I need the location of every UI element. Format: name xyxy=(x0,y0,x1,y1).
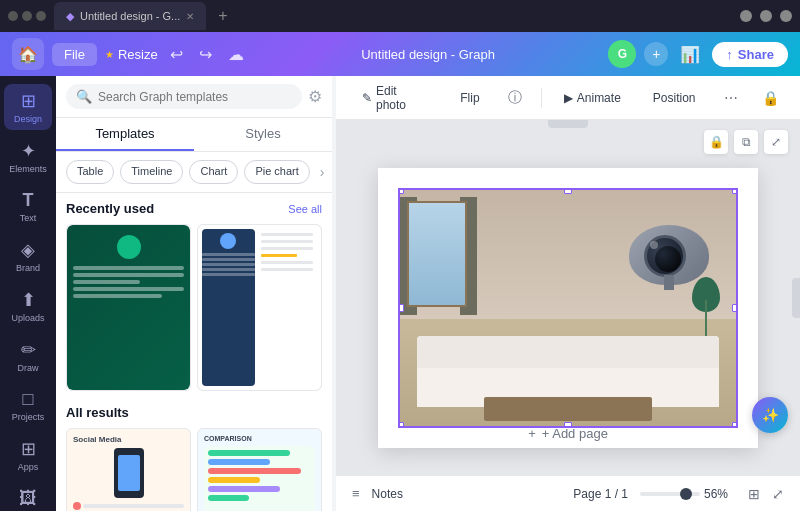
sidebar-item-projects[interactable]: □ Projects xyxy=(4,383,52,428)
page-copy-btn[interactable]: ⧉ xyxy=(734,130,758,154)
home-btn[interactable]: 🏠 xyxy=(12,38,44,70)
template-comparison[interactable]: COMPARISON xyxy=(197,428,322,511)
handle-top-mid[interactable] xyxy=(564,188,572,194)
page-expand-btn[interactable]: ⤢ xyxy=(764,130,788,154)
toolbar-separator xyxy=(541,88,542,108)
sidebar-item-brand[interactable]: ◈ Brand xyxy=(4,233,52,279)
lock-btn[interactable]: 🔒 xyxy=(757,84,784,112)
handle-bottom-left[interactable] xyxy=(398,422,404,428)
photos-icon: 🖼 xyxy=(19,488,37,509)
selected-image-container[interactable]: ⧉ 🗑 ··· ✂ New snip xyxy=(398,188,738,428)
templates-panel: 🔍 ⚙ Templates Styles Table Timeline Char… xyxy=(56,76,332,511)
position-btn[interactable]: Position xyxy=(643,86,706,110)
projects-icon: □ xyxy=(23,389,34,410)
canvas-viewport[interactable]: 🔒 ⧉ ⤢ ⧉ 🗑 ··· ✂ New snip xyxy=(336,120,800,475)
see-all-btn[interactable]: See all xyxy=(288,203,322,215)
ai-magic-btn[interactable]: ✨ xyxy=(752,397,788,433)
page-lock-icon[interactable]: 🔒 xyxy=(704,130,728,154)
search-input[interactable] xyxy=(98,90,292,104)
canvas-toolbar: ✎ Edit photo Flip ⓘ ▶ Animate Position ⋯… xyxy=(336,76,800,120)
grid-view-btn[interactable]: ⊞ xyxy=(748,486,760,502)
design-icon: ⊞ xyxy=(21,90,36,112)
template-social-media[interactable]: Social Media xyxy=(66,428,191,511)
filter-icon[interactable]: ⚙ xyxy=(308,87,322,106)
dot-2 xyxy=(22,11,32,21)
sidebar-item-draw[interactable]: ✏ Draw xyxy=(4,333,52,379)
canvas-page[interactable]: ⧉ 🗑 ··· ✂ New snip xyxy=(378,168,758,448)
save-cloud-btn[interactable]: ☁ xyxy=(224,41,248,68)
handle-mid-left[interactable] xyxy=(398,304,404,312)
coffee-table xyxy=(484,397,652,421)
more-filters-icon[interactable]: › xyxy=(316,160,329,184)
all-results-header: All results xyxy=(66,405,322,420)
sidebar-item-elements[interactable]: ✦ Elements xyxy=(4,134,52,180)
handle-top-right[interactable] xyxy=(732,188,738,194)
tab-title: Untitled design - G... xyxy=(80,10,180,22)
new-tab-btn[interactable]: + xyxy=(218,7,227,25)
recently-used-title: Recently used xyxy=(66,201,154,216)
notes-btn[interactable]: Notes xyxy=(372,487,403,501)
window xyxy=(407,201,467,307)
canvas-right-expand-handle[interactable] xyxy=(792,278,800,318)
recently-used-header: Recently used See all xyxy=(66,201,322,216)
design-label: Design xyxy=(14,114,42,124)
uploads-icon: ⬆ xyxy=(21,289,36,311)
chip-table[interactable]: Table xyxy=(66,160,114,184)
minimize-btn[interactable] xyxy=(740,10,752,22)
animate-icon: ▶ xyxy=(564,91,573,105)
handle-bottom-right[interactable] xyxy=(732,422,738,428)
analytics-btn[interactable]: 📊 xyxy=(676,41,704,68)
plant-stem xyxy=(705,300,707,335)
text-label: Text xyxy=(20,213,37,223)
user-avatar[interactable]: G xyxy=(608,40,636,68)
zoom-control: 56% xyxy=(640,487,736,501)
file-menu[interactable]: File xyxy=(52,43,97,66)
browser-tab[interactable]: ◆ Untitled design - G... ✕ xyxy=(54,2,206,30)
chip-chart[interactable]: Chart xyxy=(189,160,238,184)
chip-pie-chart[interactable]: Pie chart xyxy=(244,160,309,184)
sidebar-item-uploads[interactable]: ⬆ Uploads xyxy=(4,283,52,329)
sidebar-item-photos[interactable]: 🖼 Photos xyxy=(4,482,52,511)
sidebar-item-design[interactable]: ⊞ Design xyxy=(4,84,52,130)
recent-template-1[interactable] xyxy=(66,224,191,391)
flip-btn[interactable]: Flip xyxy=(450,86,489,110)
handle-top-left[interactable] xyxy=(398,188,404,194)
info-btn[interactable]: ⓘ xyxy=(502,84,529,112)
sidebar-item-text[interactable]: T Text xyxy=(4,184,52,229)
close-btn[interactable] xyxy=(780,10,792,22)
chip-timeline[interactable]: Timeline xyxy=(120,160,183,184)
add-page-icon: + xyxy=(528,426,536,441)
search-input-wrap[interactable]: 🔍 xyxy=(66,84,302,109)
zoom-percentage: 56% xyxy=(704,487,736,501)
tab-styles[interactable]: Styles xyxy=(194,118,332,151)
brand-icon: ◈ xyxy=(21,239,35,261)
share-btn[interactable]: ↑ Share xyxy=(712,42,788,67)
handle-mid-right[interactable] xyxy=(732,304,738,312)
elements-label: Elements xyxy=(9,164,47,174)
sidebar-icons: ⊞ Design ✦ Elements T Text ◈ Brand ⬆ Upl… xyxy=(0,76,56,511)
zoom-slider[interactable] xyxy=(640,492,700,496)
maximize-btn[interactable] xyxy=(760,10,772,22)
add-collaborator-btn[interactable]: + xyxy=(644,42,668,66)
canvas-top-expand-handle[interactable] xyxy=(548,120,588,128)
search-icon: 🔍 xyxy=(76,89,92,104)
tab-close-btn[interactable]: ✕ xyxy=(186,11,194,22)
undo-btn[interactable]: ↩ xyxy=(166,41,187,68)
recent-template-2[interactable] xyxy=(197,224,322,391)
animate-btn[interactable]: ▶ Animate xyxy=(554,86,631,110)
page-indicator: Page 1 / 1 xyxy=(573,487,628,501)
grid-pattern-btn[interactable]: ⋯ xyxy=(718,84,745,112)
fullscreen-btn[interactable]: ⤢ xyxy=(772,486,784,502)
resize-btn[interactable]: ★ Resize xyxy=(105,47,158,62)
apps-label: Apps xyxy=(18,462,39,472)
camera-lens-shine xyxy=(650,241,658,249)
camera-lens xyxy=(644,235,686,277)
main-layout: ⊞ Design ✦ Elements T Text ◈ Brand ⬆ Upl… xyxy=(0,76,800,511)
tab-templates[interactable]: Templates xyxy=(56,118,194,151)
add-page-btn[interactable]: + + Add page xyxy=(516,420,620,447)
redo-btn[interactable]: ↪ xyxy=(195,41,216,68)
edit-photo-btn[interactable]: ✎ Edit photo xyxy=(352,79,438,117)
sidebar-item-apps[interactable]: ⊞ Apps xyxy=(4,432,52,478)
resize-star: ★ xyxy=(105,49,114,60)
draw-label: Draw xyxy=(17,363,38,373)
